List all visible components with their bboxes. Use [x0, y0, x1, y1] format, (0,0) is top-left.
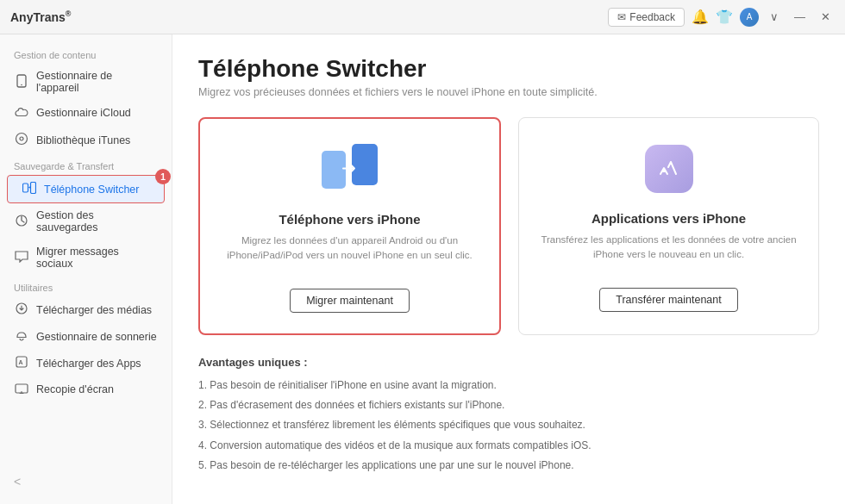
card-title-apps-to-iphone: Applications vers iPhone	[592, 211, 746, 226]
list-item: 2. Pas d'écrasement des données et fichi…	[198, 395, 819, 415]
advantages-title: Avantages uniques :	[198, 356, 819, 369]
phone-switch-graphic	[322, 144, 378, 196]
apps-icon: A	[14, 356, 29, 370]
sidebar-badge: 1	[155, 169, 171, 184]
card-apps-to-iphone: Applications vers iPhone Transférez les …	[518, 117, 819, 335]
svg-point-1	[21, 84, 22, 85]
page-subtitle: Migrez vos précieuses données et fichier…	[198, 86, 819, 98]
card-phone-to-iphone: Téléphone vers iPhone Migrez les données…	[198, 117, 501, 335]
screen-icon	[14, 383, 29, 396]
card-title-phone-to-iphone: Téléphone vers iPhone	[279, 212, 420, 227]
titlebar: AnyTrans® ✉ Feedback 🔔 👕 A ∨ — ✕	[0, 0, 845, 34]
sidebar-item-label: Gestionnaire de sonnerie	[36, 331, 157, 343]
card-icon-phone-switch	[320, 140, 380, 200]
sidebar-item-label: Gestionnaire iCloud	[36, 107, 131, 119]
card-icon-apps	[639, 139, 699, 199]
migrate-now-button[interactable]: Migrer maintenant	[290, 289, 410, 313]
sidebar-item-device-manager[interactable]: Gestionnaire de l'appareil	[0, 64, 172, 100]
card-desc-apps-to-iphone: Transférez les applications et les donné…	[536, 233, 801, 274]
phone-arrow-graphic	[341, 163, 359, 177]
sidebar-item-apps-download[interactable]: A Télécharger des Apps	[0, 350, 172, 376]
chevron-down-icon[interactable]: ∨	[766, 9, 783, 25]
cards-row: Téléphone vers iPhone Migrez les données…	[198, 117, 819, 335]
sidebar-item-label: Migrer messages sociaux	[36, 246, 158, 270]
sidebar-item-backup-manager[interactable]: Gestion des sauvegardes	[0, 203, 172, 240]
cloud-icon	[14, 106, 29, 120]
minimize-button[interactable]: —	[790, 9, 810, 25]
sidebar: Gestion de contenu Gestionnaire de l'app…	[0, 34, 172, 504]
sidebar-item-social-messages[interactable]: Migrer messages sociaux	[0, 240, 172, 276]
list-item: 3. Sélectionnez et transférez librement …	[198, 415, 819, 435]
sidebar-section-utilities: Utilitaires	[0, 276, 172, 296]
sidebar-item-ringtone-manager[interactable]: Gestionnaire de sonnerie	[0, 323, 172, 350]
svg-point-3	[20, 137, 23, 140]
svg-rect-4	[23, 184, 28, 192]
music-icon	[14, 132, 29, 148]
svg-rect-5	[31, 183, 36, 194]
sidebar-item-label: Téléphone Switcher	[44, 184, 139, 196]
close-button[interactable]: ✕	[817, 9, 835, 25]
sidebar-item-label: Gestionnaire de l'appareil	[36, 70, 158, 94]
avatar[interactable]: A	[740, 8, 759, 27]
sidebar-item-itunes-library[interactable]: Bibliothèque iTunes	[0, 126, 172, 154]
app-title: AnyTrans®	[10, 9, 71, 24]
sidebar-item-label: Télécharger des Apps	[36, 358, 141, 370]
sidebar-item-telephone-switcher[interactable]: Téléphone Switcher 1	[7, 175, 165, 203]
device-icon	[14, 74, 29, 90]
sidebar-collapse-button[interactable]: <	[0, 468, 172, 495]
list-item: 5. Pas besoin de re-télécharger les appl…	[198, 456, 819, 476]
feedback-button[interactable]: ✉ Feedback	[608, 8, 685, 27]
titlebar-left: AnyTrans®	[10, 9, 71, 24]
sidebar-item-label: Télécharger des médias	[36, 304, 152, 316]
sidebar-item-screen-copy[interactable]: Recopie d'écran	[0, 376, 172, 402]
list-item: 1. Pas besoin de réinitialiser l'iPhone …	[198, 376, 819, 395]
bell-icon[interactable]: 🔔	[692, 9, 709, 25]
ringtone-icon	[14, 329, 29, 344]
sidebar-item-label: Bibliothèque iTunes	[36, 134, 130, 146]
list-item: 4. Conversion automatique des vidéos et …	[198, 436, 819, 456]
app-store-graphic	[645, 145, 693, 193]
svg-point-2	[16, 134, 28, 145]
advantages-list: 1. Pas besoin de réinitialiser l'iPhone …	[198, 376, 819, 476]
titlebar-right: ✉ Feedback 🔔 👕 A ∨ — ✕	[608, 8, 835, 27]
phone-switch-icon	[22, 182, 37, 196]
sidebar-item-media-download[interactable]: Télécharger des médias	[0, 296, 172, 323]
messages-icon	[14, 251, 29, 265]
main-layout: Gestion de contenu Gestionnaire de l'app…	[0, 34, 845, 504]
backup-icon	[14, 214, 29, 230]
svg-text:A: A	[19, 359, 23, 365]
sidebar-section-content: Gestion de contenu	[0, 43, 172, 64]
card-desc-phone-to-iphone: Migrez les données d'un appareil Android…	[217, 233, 482, 275]
sidebar-item-icloud-manager[interactable]: Gestionnaire iCloud	[0, 100, 172, 126]
sidebar-item-label: Gestion des sauvegardes	[36, 209, 158, 233]
download-icon	[14, 302, 29, 317]
shirt-icon[interactable]: 👕	[716, 9, 733, 25]
transfer-now-button[interactable]: Transférer maintenant	[599, 288, 738, 312]
mail-icon: ✉	[617, 11, 626, 23]
page-title: Téléphone Switcher	[198, 55, 819, 83]
sidebar-section-backup: Sauvegarde & Transfert	[0, 154, 172, 175]
sidebar-item-label: Recopie d'écran	[36, 383, 114, 395]
content-area: Téléphone Switcher Migrez vos précieuses…	[172, 34, 845, 504]
